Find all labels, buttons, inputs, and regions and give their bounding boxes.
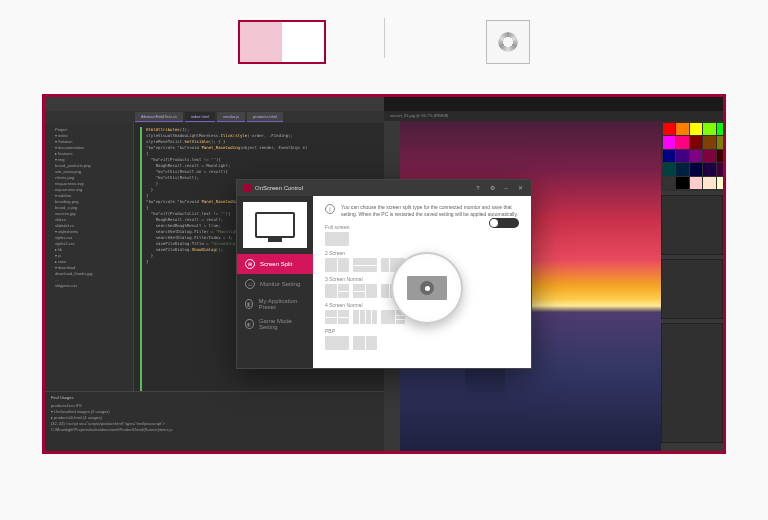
section-pbp: PBP — [325, 328, 519, 334]
tab-split[interactable] — [238, 20, 326, 64]
feature-toggle[interactable] — [489, 218, 519, 228]
find-usages-panel[interactable]: Find Usages productsJson 0%▾ Unclassifie… — [45, 391, 384, 451]
monitor-icon — [255, 212, 295, 238]
layers-panel[interactable] — [661, 259, 723, 319]
ide-titlebar — [45, 97, 384, 111]
ps-doc-tab[interactable]: sunset_01.jpg @ 66.7% (RGB/8) — [384, 111, 723, 121]
layout-option[interactable] — [325, 232, 349, 246]
nav-label: My Application Preset — [258, 298, 305, 310]
tab-split-right — [282, 22, 324, 62]
layout-option[interactable] — [353, 258, 377, 272]
mode-tabs — [0, 0, 768, 94]
layout-option[interactable] — [325, 284, 349, 298]
layout-option[interactable] — [325, 258, 349, 272]
osc-content: i You can choose the screen split type f… — [313, 196, 531, 368]
grid-icon: ⊞ — [245, 259, 255, 269]
monitor-preview — [243, 202, 307, 248]
ide-tab-active[interactable]: index.html — [185, 112, 215, 122]
tab-split-left — [240, 22, 282, 62]
osc-info: i You can choose the screen split type f… — [325, 204, 519, 218]
ide-tab[interactable]: AbstractFieldTest.cs — [135, 112, 183, 122]
onscreen-control-dialog: OnScreen Control ? ⚙ – ✕ ⊞ Screen Split … — [236, 179, 532, 369]
info-text: You can choose the screen split type for… — [341, 204, 519, 218]
game-icon: ◐ — [245, 319, 254, 329]
osc-titlebar[interactable]: OnScreen Control ? ⚙ – ✕ — [237, 180, 531, 196]
ide-tab[interactable]: products.html — [247, 112, 283, 122]
ps-titlebar — [384, 97, 723, 111]
nav-label: Monitor Setting — [260, 281, 300, 287]
info-icon: i — [325, 204, 335, 214]
layouts-full — [325, 232, 519, 246]
nav-label: Screen Split — [260, 261, 292, 267]
tab-loading[interactable] — [486, 20, 530, 64]
monitor-small-icon: ▭ — [245, 279, 255, 289]
lg-logo-icon — [243, 184, 251, 192]
nav-game-mode[interactable]: ◐ Game Mode Setting — [237, 314, 313, 334]
minimize-icon[interactable]: – — [501, 183, 511, 193]
preset-icon: ◧ — [245, 299, 253, 309]
spinner-icon — [498, 32, 518, 52]
layout-option[interactable] — [325, 336, 349, 350]
layouts-pbp — [325, 336, 519, 350]
nav-app-preset[interactable]: ◧ My Application Preset — [237, 294, 313, 314]
tab-divider — [384, 18, 385, 58]
settings-icon[interactable]: ⚙ — [487, 183, 497, 193]
close-icon[interactable]: ✕ — [515, 183, 525, 193]
zoomed-layout — [407, 276, 447, 300]
osc-sidebar: ⊞ Screen Split ▭ Monitor Setting ◧ My Ap… — [237, 196, 313, 368]
nav-monitor-setting[interactable]: ▭ Monitor Setting — [237, 274, 313, 294]
ide-tabbar: AbstractFieldTest.cs index.html vendor.j… — [45, 111, 384, 123]
layout-option[interactable] — [353, 284, 377, 298]
help-icon[interactable]: ? — [473, 183, 483, 193]
history-panel[interactable] — [661, 323, 723, 443]
layout-option[interactable] — [325, 310, 349, 324]
osc-body: ⊞ Screen Split ▭ Monitor Setting ◧ My Ap… — [237, 196, 531, 368]
osc-title: OnScreen Control — [255, 185, 469, 191]
layout-option[interactable] — [353, 310, 377, 324]
zoom-lens — [391, 252, 463, 324]
adjustments-panel[interactable] — [661, 195, 723, 255]
color-swatches[interactable] — [661, 121, 723, 191]
right-panels[interactable] — [661, 121, 723, 451]
screenshot-canvas: AbstractFieldTest.cs index.html vendor.j… — [42, 94, 726, 454]
panel-title: Find Usages — [51, 395, 378, 401]
ide-tab[interactable]: vendor.js — [217, 112, 245, 122]
nav-label: Game Mode Setting — [259, 318, 305, 330]
layout-option[interactable] — [353, 336, 377, 350]
nav-screen-split[interactable]: ⊞ Screen Split — [237, 254, 313, 274]
osc-nav: ⊞ Screen Split ▭ Monitor Setting ◧ My Ap… — [237, 254, 313, 368]
checkmark-icon — [420, 281, 434, 295]
